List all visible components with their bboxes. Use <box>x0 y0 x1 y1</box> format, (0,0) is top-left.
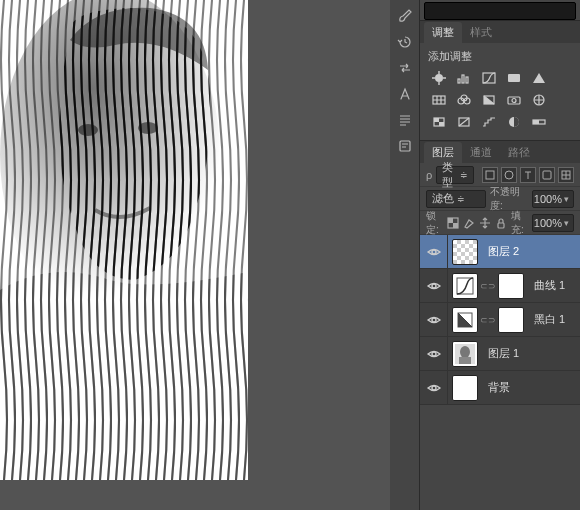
artwork-wave-portrait <box>0 0 248 480</box>
svg-point-37 <box>432 284 436 288</box>
note-panel-icon[interactable] <box>393 134 417 158</box>
svg-rect-44 <box>459 357 471 364</box>
tab-styles[interactable]: 样式 <box>462 22 500 43</box>
tab-channels[interactable]: 通道 <box>462 142 500 163</box>
opacity-input[interactable]: 100%▾ <box>532 190 574 208</box>
filter-type-icon[interactable] <box>520 167 536 183</box>
svg-rect-22 <box>434 118 439 122</box>
layers-panel: 图层 通道 路径 ρ 类型≑ 滤色≑ 不透明度: 100%▾ 锁定: 填充: 1… <box>420 140 580 510</box>
layer-item[interactable]: ⊂⊃ 黑白 1 <box>420 303 580 337</box>
link-icon: ⊂⊃ <box>480 281 496 291</box>
adjustments-title: 添加调整 <box>428 49 572 64</box>
svg-rect-35 <box>498 223 504 228</box>
svg-rect-30 <box>543 171 551 179</box>
layers-body: ρ 类型≑ 滤色≑ 不透明度: 100%▾ 锁定: 填充: 100%▾ 图层 2… <box>420 163 580 405</box>
svg-point-7 <box>435 74 443 82</box>
lock-pixels-icon[interactable] <box>463 215 475 231</box>
layer-item[interactable]: 图层 2 <box>420 235 580 269</box>
svg-rect-38 <box>457 278 473 294</box>
layer-name[interactable]: 背景 <box>482 380 510 395</box>
svg-rect-27 <box>533 120 539 124</box>
document-canvas[interactable] <box>0 0 248 480</box>
visibility-toggle[interactable] <box>420 303 448 337</box>
layer-item[interactable]: 背景 <box>420 371 580 405</box>
adjustment-thumbnail[interactable] <box>452 273 478 299</box>
visibility-toggle[interactable] <box>420 337 448 371</box>
layer-filter-row: ρ 类型≑ <box>420 163 580 187</box>
filter-pixel-icon[interactable] <box>482 167 498 183</box>
vibrance-icon[interactable] <box>530 70 548 86</box>
blend-mode-select[interactable]: 滤色≑ <box>426 190 486 208</box>
mask-thumbnail[interactable] <box>498 273 524 299</box>
layer-name[interactable]: 图层 2 <box>482 244 519 259</box>
threshold-icon[interactable] <box>505 114 523 130</box>
svg-point-29 <box>505 171 513 179</box>
filter-adjust-icon[interactable] <box>501 167 517 183</box>
posterize-icon[interactable] <box>480 114 498 130</box>
lock-transparency-icon[interactable] <box>447 215 459 231</box>
fill-input[interactable]: 100%▾ <box>532 214 574 232</box>
layer-thumbnail[interactable] <box>452 375 478 401</box>
brightness-contrast-icon[interactable] <box>430 70 448 86</box>
link-icon: ⊂⊃ <box>480 315 496 325</box>
fill-label: 填充: <box>511 209 528 237</box>
visibility-toggle[interactable] <box>420 235 448 269</box>
exposure-icon[interactable] <box>505 70 523 86</box>
layers-list: 图层 2 ⊂⊃ 曲线 1 ⊂⊃ 黑白 1 图层 1 背景 <box>420 235 580 405</box>
layer-thumbnail[interactable] <box>452 341 478 367</box>
svg-point-4 <box>78 124 98 136</box>
svg-point-36 <box>432 250 436 254</box>
filter-smart-icon[interactable] <box>558 167 574 183</box>
adjustment-thumbnail[interactable] <box>452 307 478 333</box>
svg-point-43 <box>460 346 470 358</box>
lock-fill-row: 锁定: 填充: 100%▾ <box>420 211 580 235</box>
svg-rect-8 <box>458 79 460 83</box>
color-lookup-icon[interactable] <box>430 114 448 130</box>
layer-item[interactable]: 图层 1 <box>420 337 580 371</box>
black-white-icon[interactable] <box>480 92 498 108</box>
layer-item[interactable]: ⊂⊃ 曲线 1 <box>420 269 580 303</box>
panel-stack: 调整 样式 添加调整 图层 通道 路径 ρ 类型≑ 滤色≑ 不透明度: 100%… <box>420 0 580 510</box>
svg-point-19 <box>512 99 516 103</box>
svg-point-5 <box>138 122 158 134</box>
adjustments-tabs: 调整 样式 <box>420 21 580 43</box>
adjustments-panel: 调整 样式 添加调整 <box>420 20 580 140</box>
svg-rect-33 <box>448 218 453 223</box>
color-balance-icon[interactable] <box>455 92 473 108</box>
filter-shape-icon[interactable] <box>539 167 555 183</box>
visibility-toggle[interactable] <box>420 269 448 303</box>
mask-thumbnail[interactable] <box>498 307 524 333</box>
character-panel-icon[interactable] <box>393 82 417 106</box>
svg-rect-9 <box>462 75 464 83</box>
gradient-map-icon[interactable] <box>530 114 548 130</box>
hue-sat-icon[interactable] <box>430 92 448 108</box>
tab-adjustments[interactable]: 调整 <box>424 22 462 43</box>
invert-icon[interactable] <box>455 114 473 130</box>
lock-all-icon[interactable] <box>495 215 507 231</box>
blend-opacity-row: 滤色≑ 不透明度: 100%▾ <box>420 187 580 211</box>
layer-filter-buttons <box>482 167 574 183</box>
swap-panel-icon[interactable] <box>393 56 417 80</box>
collapsed-panel-dock <box>390 0 420 510</box>
brush-panel-icon[interactable] <box>393 4 417 28</box>
svg-rect-28 <box>486 171 494 179</box>
layer-name[interactable]: 黑白 1 <box>528 312 565 327</box>
paragraph-panel-icon[interactable] <box>393 108 417 132</box>
layer-thumbnail[interactable] <box>452 239 478 265</box>
lock-position-icon[interactable] <box>479 215 491 231</box>
svg-rect-23 <box>439 122 444 126</box>
svg-point-39 <box>432 318 436 322</box>
levels-icon[interactable] <box>455 70 473 86</box>
channel-mixer-icon[interactable] <box>530 92 548 108</box>
lock-label: 锁定: <box>426 209 443 237</box>
layer-name[interactable]: 曲线 1 <box>528 278 565 293</box>
tab-paths[interactable]: 路径 <box>500 142 538 163</box>
layer-filter-kind[interactable]: 类型≑ <box>436 166 474 184</box>
photo-filter-icon[interactable] <box>505 92 523 108</box>
curves-icon[interactable] <box>480 70 498 86</box>
visibility-toggle[interactable] <box>420 371 448 405</box>
layer-name[interactable]: 图层 1 <box>482 346 519 361</box>
svg-rect-12 <box>508 74 520 82</box>
color-swatch-strip[interactable] <box>424 2 576 20</box>
history-panel-icon[interactable] <box>393 30 417 54</box>
